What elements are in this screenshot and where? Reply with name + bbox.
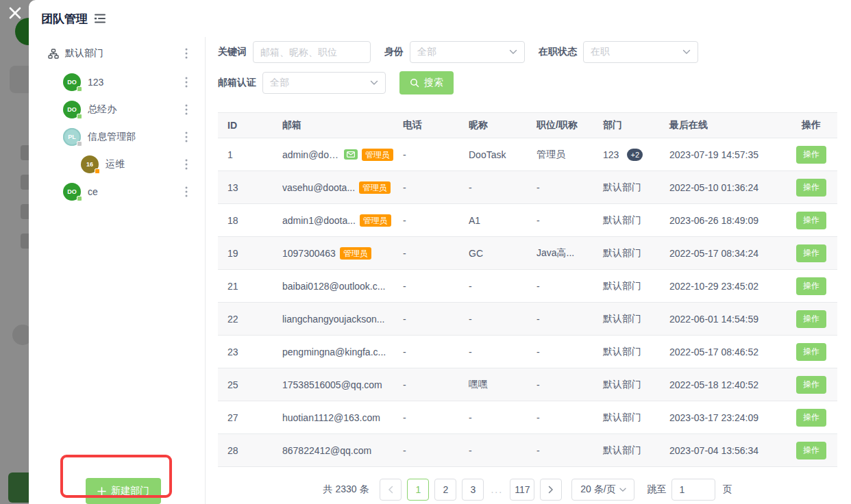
chevron-down-icon bbox=[509, 49, 517, 55]
cell-dept: 默认部门 bbox=[593, 336, 660, 368]
row-action-button[interactable]: 操作 bbox=[796, 310, 826, 328]
close-icon[interactable] bbox=[7, 5, 23, 21]
members-table: ID 邮箱 电话 昵称 职位/职称 部门 最后在线 操作 1 admin@ bbox=[218, 112, 837, 467]
department-avatar: DO bbox=[63, 183, 81, 201]
page-button-117[interactable]: 117 bbox=[510, 479, 534, 501]
status-badge bbox=[77, 196, 82, 201]
avatar-text: DO bbox=[67, 79, 77, 86]
jump-page-input[interactable] bbox=[671, 479, 715, 501]
cell-email: baibai0128@outlook.c... bbox=[273, 270, 393, 303]
cell-action: 操作 bbox=[787, 434, 837, 467]
department-avatar: PL bbox=[63, 128, 81, 146]
admin-role-badge: 管理员 bbox=[340, 247, 371, 260]
cell-nickname: A1 bbox=[459, 204, 527, 237]
sidebar-item-ce[interactable]: DO ce bbox=[29, 178, 205, 205]
page-suffix-label: 页 bbox=[722, 483, 732, 496]
cell-id: 1 bbox=[218, 138, 273, 171]
email-verify-select[interactable]: 全部 bbox=[262, 72, 386, 94]
email-verify-select-value: 全部 bbox=[270, 77, 370, 89]
sidebar-item-general-office[interactable]: DO 总经办 bbox=[29, 96, 205, 123]
page-button-1[interactable]: 1 bbox=[407, 479, 429, 501]
more-menu-icon[interactable] bbox=[180, 157, 193, 172]
email-text: baibai0128@outlook.c... bbox=[282, 281, 385, 292]
department-label: 总经办 bbox=[88, 103, 116, 116]
sidebar-item-123[interactable]: DO 123 bbox=[29, 68, 205, 96]
team-management-panel: 团队管理 默认部门 bbox=[29, 0, 851, 504]
filter-row-2: 邮箱认证 全部 搜索 bbox=[218, 71, 837, 94]
page-size-select[interactable]: 20 条/页 bbox=[571, 479, 634, 501]
jump-to-label: 跳至 bbox=[647, 483, 666, 496]
page-button-2[interactable]: 2 bbox=[434, 479, 456, 501]
page-button-3[interactable]: 3 bbox=[462, 479, 484, 501]
row-action-button[interactable]: 操作 bbox=[796, 442, 826, 459]
table-row: 25 17538516005@qq.com - 嘿嘿 - 默认部门 2022-0… bbox=[218, 368, 837, 401]
email-text: vasehu@doota... bbox=[282, 182, 355, 193]
extra-dept-count-badge: +2 bbox=[627, 149, 643, 161]
identity-select[interactable]: 全部 bbox=[410, 41, 525, 63]
cell-phone: - bbox=[393, 204, 459, 237]
admin-role-badge: 管理员 bbox=[360, 214, 391, 227]
cell-action: 操作 bbox=[787, 138, 837, 171]
cell-nickname: - bbox=[459, 270, 527, 303]
avatar-text: DO bbox=[67, 188, 77, 195]
sidebar-item-root-department[interactable]: 默认部门 bbox=[29, 42, 205, 64]
log-list-icon[interactable] bbox=[94, 13, 107, 24]
cell-email: huotian1112@163.com bbox=[273, 401, 393, 434]
row-action-button[interactable]: 操作 bbox=[796, 244, 826, 262]
cell-nickname: - bbox=[459, 401, 527, 434]
sidebar-item-info-management[interactable]: PL 信息管理部 bbox=[29, 123, 205, 151]
cell-email: admin1@doota... 管理员 bbox=[273, 204, 393, 237]
more-menu-icon[interactable] bbox=[180, 75, 193, 90]
cell-email: liangchangyoujackson... bbox=[273, 303, 393, 336]
column-header-email: 邮箱 bbox=[273, 113, 393, 138]
cell-dept: 默认部门 bbox=[593, 303, 660, 336]
page-title: 团队管理 bbox=[41, 11, 88, 27]
table-row: 27 huotian1112@163.com - - - 默认部门 2023-0… bbox=[218, 401, 837, 434]
cell-dept: 默认部门 bbox=[593, 237, 660, 270]
department-avatar: DO bbox=[63, 73, 81, 91]
cell-last-online: 2022-05-10 01:36:24 bbox=[660, 171, 787, 204]
cell-phone: - bbox=[393, 303, 459, 336]
more-menu-icon[interactable] bbox=[180, 129, 193, 144]
cell-dept: 123 +2 bbox=[593, 138, 660, 171]
search-button[interactable]: 搜索 bbox=[399, 71, 454, 94]
row-action-button[interactable]: 操作 bbox=[796, 179, 826, 197]
department-avatar: 16 bbox=[81, 155, 99, 173]
cell-phone: - bbox=[393, 237, 459, 270]
cell-dept: 默认部门 bbox=[593, 270, 660, 303]
chevron-down-icon bbox=[370, 80, 378, 86]
sidebar-item-ops[interactable]: 16 运维 bbox=[29, 151, 205, 178]
cell-id: 27 bbox=[218, 401, 273, 434]
next-page-button[interactable] bbox=[540, 479, 562, 501]
employment-label: 在职状态 bbox=[539, 46, 577, 58]
cell-last-online: 2023-03-17 23:24:09 bbox=[660, 401, 787, 434]
email-verify-label: 邮箱认证 bbox=[218, 77, 256, 89]
prev-page-button[interactable] bbox=[380, 479, 402, 501]
cell-nickname: - bbox=[459, 434, 527, 467]
column-header-dept: 部门 bbox=[593, 113, 660, 138]
column-header-phone: 电话 bbox=[393, 113, 459, 138]
status-badge bbox=[77, 114, 82, 119]
cell-email: 1097300463 管理员 bbox=[273, 237, 393, 270]
avatar-text: 16 bbox=[86, 161, 93, 168]
cell-action: 操作 bbox=[787, 303, 837, 336]
cell-last-online: 2022-06-01 14:54:59 bbox=[660, 303, 787, 336]
add-department-button[interactable]: 新建部门 bbox=[86, 478, 161, 504]
cell-nickname: - bbox=[459, 336, 527, 368]
row-action-button[interactable]: 操作 bbox=[796, 343, 826, 361]
row-action-button[interactable]: 操作 bbox=[796, 376, 826, 394]
pagination-ellipsis: ... bbox=[489, 484, 504, 495]
table-row: 1 admin@doo... 管理员 - DooTask 管理员 123 bbox=[218, 138, 837, 171]
row-action-button[interactable]: 操作 bbox=[796, 146, 826, 164]
cell-email: 17538516005@qq.com bbox=[273, 368, 393, 401]
cell-job: - bbox=[527, 303, 593, 336]
keyword-input[interactable] bbox=[253, 41, 371, 63]
email-text: huotian1112@163.com bbox=[282, 412, 380, 423]
row-action-button[interactable]: 操作 bbox=[796, 212, 826, 229]
row-action-button[interactable]: 操作 bbox=[796, 409, 826, 427]
more-menu-icon[interactable] bbox=[180, 46, 193, 61]
more-menu-icon[interactable] bbox=[180, 102, 193, 117]
row-action-button[interactable]: 操作 bbox=[796, 277, 826, 295]
more-menu-icon[interactable] bbox=[180, 184, 193, 199]
employment-select[interactable]: 在职 bbox=[583, 41, 698, 63]
